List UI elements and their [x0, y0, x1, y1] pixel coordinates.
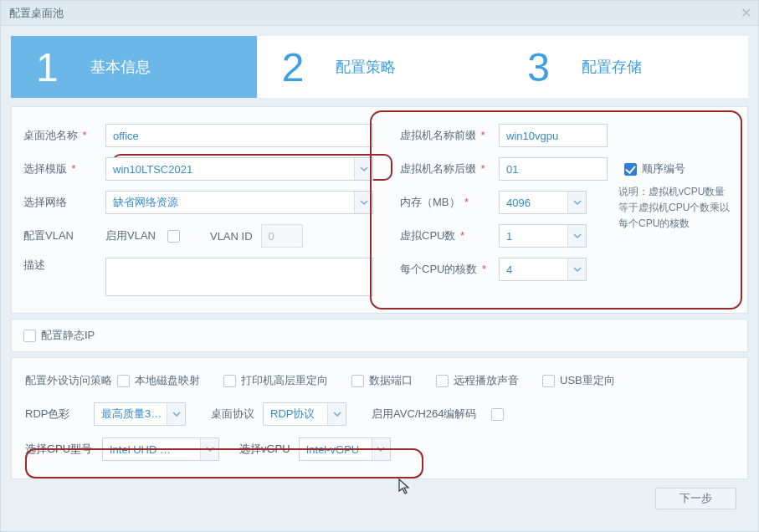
data-port-checkbox[interactable]: [351, 375, 364, 387]
gpu-select[interactable]: Intel UHD Graphics: [102, 437, 219, 461]
template-select[interactable]: win10LTSC2021: [105, 157, 373, 181]
panel-basic: 桌面池名称 * office 选择模版 * win10LTSC2021 选择网络…: [11, 106, 748, 314]
desc-label: 描述: [23, 258, 105, 273]
desc-textarea[interactable]: [105, 258, 373, 296]
pool-name-label: 桌面池名称 *: [23, 128, 105, 143]
chevron-down-icon: [567, 192, 586, 213]
remote-audio-checkbox[interactable]: [436, 375, 449, 387]
chevron-down-icon: [354, 192, 372, 213]
dialog-title: 配置桌面池: [9, 6, 64, 21]
step-label: 基本信息: [90, 57, 151, 77]
seq-checkbox[interactable]: [624, 163, 637, 176]
template-label: 选择模版 *: [23, 161, 105, 176]
footer: 下一步: [11, 479, 748, 518]
wizard-steps: 1 基本信息 2 配置策略 3 配置存储: [11, 36, 748, 98]
step-policy[interactable]: 2 配置策略: [257, 36, 503, 98]
chevron-down-icon: [200, 438, 218, 460]
vlan-id-label: VLAN ID: [210, 230, 253, 243]
titlebar: 配置桌面池 ✕: [1, 1, 758, 26]
mem-select[interactable]: 4096: [499, 191, 587, 214]
usb-checkbox[interactable]: [542, 375, 555, 387]
step-basic-info[interactable]: 1 基本信息: [11, 36, 257, 98]
next-button[interactable]: 下一步: [655, 488, 736, 509]
avc-label: 启用AVC/H264编解码: [372, 407, 476, 422]
vcpu-select[interactable]: 1: [499, 224, 587, 248]
vm-suffix-label: 虚拟机名称后缀 *: [400, 161, 499, 176]
panel-peripheral: 配置外设访问策略 本地磁盘映射 打印机高层重定向 数据端口 远程播放声音 USB…: [11, 357, 748, 479]
vm-suffix-input[interactable]: 01: [499, 157, 608, 181]
proto-label: 桌面协议: [211, 407, 254, 422]
chevron-down-icon: [567, 225, 586, 247]
gpu-label: 选择GPU型号: [25, 442, 102, 457]
chevron-down-icon: [167, 403, 185, 425]
network-select[interactable]: 缺省网络资源: [105, 191, 373, 214]
printer-checkbox[interactable]: [223, 375, 236, 387]
static-ip-label: 配置静态IP: [41, 328, 95, 343]
close-icon[interactable]: ✕: [741, 5, 751, 21]
vm-prefix-label: 虚拟机名称前缀 *: [400, 128, 499, 143]
periph-policy-label: 配置外设访问策略: [25, 373, 117, 388]
dialog-config-desktop-pool: 配置桌面池 ✕ 1 基本信息 2 配置策略 3 配置存储 桌面池名称 * off…: [0, 0, 759, 532]
vgpu-select[interactable]: Intel-vGPU: [299, 437, 391, 461]
step-label: 配置策略: [336, 57, 396, 77]
rdp-color-select[interactable]: 最高质量32位: [94, 402, 186, 426]
chevron-down-icon: [327, 403, 346, 425]
vgpu-label: 选择vGPU: [239, 442, 290, 457]
step-number: 3: [527, 44, 550, 90]
proto-select[interactable]: RDP协议: [263, 402, 346, 426]
chevron-down-icon: [372, 438, 390, 460]
step-number: 2: [282, 44, 305, 90]
seq-label: 顺序编号: [642, 161, 685, 176]
vm-prefix-input[interactable]: win10vgpu: [499, 124, 608, 147]
step-storage[interactable]: 3 配置存储: [502, 36, 748, 98]
vcpu-hint: 说明：虚拟机vCPU数量等于虚拟机CPU个数乘以每个CPU的核数: [618, 184, 732, 233]
vlan-enable-checkbox[interactable]: [167, 230, 180, 243]
cores-label: 每个CPU的核数 *: [400, 262, 499, 277]
network-label: 选择网络: [23, 195, 105, 210]
vcpu-label: 虚拟CPU数 *: [400, 228, 499, 243]
panel-static-ip: 配置静态IP: [11, 319, 748, 352]
cores-select[interactable]: 4: [499, 258, 587, 281]
mem-label: 内存（MB） *: [400, 195, 499, 210]
vlan-enable-label: 启用VLAN: [105, 228, 156, 243]
rdp-color-label: RDP色彩: [25, 407, 85, 422]
avc-checkbox[interactable]: [491, 408, 504, 421]
step-number: 1: [36, 44, 59, 90]
chevron-down-icon: [354, 158, 372, 180]
local-disk-checkbox[interactable]: [117, 375, 130, 387]
vlan-id-input: 0: [261, 224, 303, 248]
static-ip-checkbox[interactable]: [23, 330, 36, 342]
step-label: 配置存储: [582, 57, 642, 77]
cursor-icon: [398, 478, 412, 495]
chevron-down-icon: [567, 258, 586, 280]
pool-name-input[interactable]: office: [105, 124, 373, 147]
vlan-config-label: 配置VLAN: [23, 228, 105, 243]
